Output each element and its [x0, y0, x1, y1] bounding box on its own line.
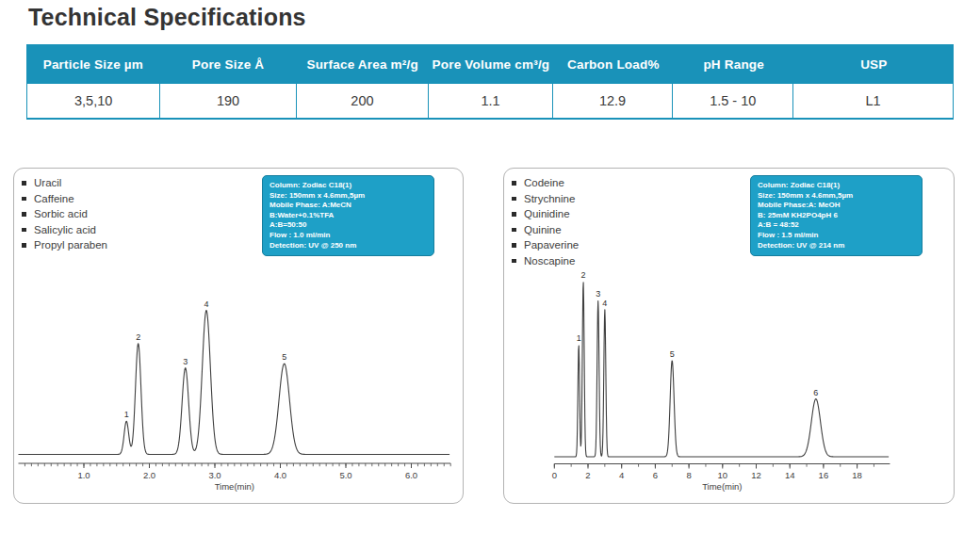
spec-table: Particle Size µmPore Size ÅSurface Area …: [26, 44, 954, 120]
x-axis-title: Time(min): [702, 481, 742, 492]
x-tick-label: 4.0: [274, 470, 286, 480]
spec-value-cell: 12.9: [553, 84, 674, 118]
x-tick-label: 5.0: [339, 470, 351, 480]
x-tick-label: 14: [785, 470, 795, 480]
peak-number-label: 5: [670, 349, 675, 359]
spec-column-header: Carbon Load%: [553, 44, 674, 84]
x-tick-label: 6: [653, 470, 658, 480]
spec-table-header-row: Particle Size µmPore Size ÅSurface Area …: [26, 44, 954, 84]
peak-number-label: 3: [183, 357, 188, 366]
spec-value-cell: 200: [297, 84, 429, 118]
spec-column-header: Surface Area m²/g: [296, 44, 429, 84]
spec-value-cell: 1.1: [429, 84, 553, 118]
x-tick-label: 1.0: [77, 470, 90, 480]
peak-number-label: 3: [596, 289, 600, 299]
spec-table-value-row: 3,5,101902001.112.91.5 - 10L1: [26, 84, 954, 120]
chromatogram-plot: 024681012141618Time(min)123456: [504, 169, 954, 503]
x-axis-title: Time(min): [215, 481, 254, 492]
page: Technical Specifications Particle Size µ…: [0, 0, 980, 550]
peak-number-label: 2: [580, 270, 585, 280]
peak-number-label: 1: [124, 410, 129, 419]
chromatogram-plot: 1.02.03.04.05.06.0Time(min)12345: [14, 169, 463, 503]
x-tick-label: 18: [852, 470, 862, 480]
peak-number-label: 4: [602, 299, 607, 308]
x-tick-label: 6.0: [405, 470, 417, 480]
chromatogram-trace: [19, 311, 450, 455]
peak-number-label: 2: [136, 332, 140, 342]
spec-value-cell: 3,5,10: [27, 84, 160, 118]
page-title: Technical Specifications: [28, 4, 306, 31]
spec-column-header: Pore Size Å: [160, 44, 297, 84]
spec-column-header: Pore Volume cm³/g: [429, 44, 553, 84]
x-tick-label: 0: [552, 470, 557, 480]
x-tick-label: 12: [751, 470, 761, 480]
peak-number-label: 1: [577, 333, 581, 343]
spec-value-cell: 190: [160, 84, 296, 118]
x-tick-label: 3.0: [208, 470, 220, 480]
peak-number-label: 5: [282, 352, 286, 362]
peak-number-label: 6: [813, 388, 818, 397]
x-tick-label: 2: [585, 470, 590, 480]
chromatogram-panel-left: UracilCaffeineSorbic acidSalicylic acidP…: [13, 168, 464, 504]
x-tick-label: 16: [819, 470, 829, 480]
x-tick-label: 2.0: [143, 470, 155, 480]
peak-number-label: 4: [204, 299, 208, 309]
spec-column-header: pH Range: [674, 44, 794, 84]
x-tick-label: 4: [619, 470, 624, 480]
spec-column-header: Particle Size µm: [26, 44, 160, 84]
spec-value-cell: L1: [793, 84, 953, 118]
chromatogram-panel-right: CodeineStrychnineQuinidineQuininePapaver…: [503, 168, 955, 504]
chromatogram-trace: [554, 283, 889, 457]
spec-column-header: USP: [794, 44, 954, 84]
x-tick-label: 10: [718, 470, 728, 480]
spec-value-cell: 1.5 - 10: [673, 84, 793, 118]
x-tick-label: 8: [686, 470, 691, 480]
